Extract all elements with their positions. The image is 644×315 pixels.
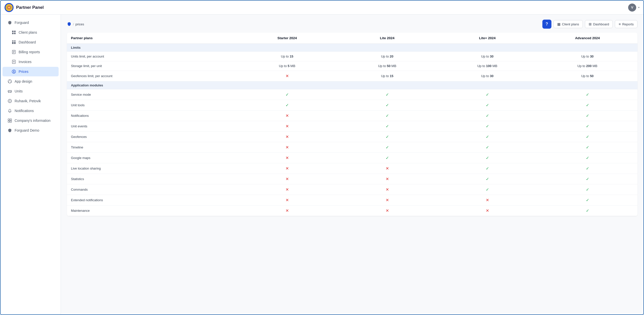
plan-cell-2: ✕ bbox=[437, 205, 537, 216]
sidebar-label-billing-reports: Billing reports bbox=[19, 50, 40, 54]
plan-cell-1: Up to 15 bbox=[337, 71, 437, 81]
plan-cell-2: ✓ bbox=[437, 163, 537, 174]
plan-cell-1: Up to 50 MB bbox=[337, 61, 437, 71]
plan-cell-0: Up to 5 MB bbox=[237, 61, 337, 71]
sidebar-label-forguard-demo: Forguard Demo bbox=[15, 128, 39, 132]
feature-cell: Geofences limit, per account bbox=[67, 71, 237, 81]
table-header-row: Partner plans Starter 2024 Lite 2024 Lit… bbox=[67, 33, 637, 44]
client-plans-button[interactable]: ▦ Client plans bbox=[553, 20, 583, 28]
col-header-advanced: Advanced 2024 bbox=[537, 33, 637, 44]
check-icon: ✓ bbox=[486, 135, 489, 139]
help-button[interactable]: ? bbox=[542, 20, 551, 29]
feature-cell: Unit events bbox=[67, 121, 237, 132]
cell-value: Up to 15 bbox=[281, 55, 293, 58]
sidebar-item-notifications[interactable]: Notifications bbox=[3, 106, 59, 116]
col-header-lite: Lite 2024 bbox=[337, 33, 437, 44]
feature-cell: Live location sharing bbox=[67, 163, 237, 174]
cell-value: Up to 5 MB bbox=[279, 64, 295, 68]
top-bar: / prices ? ▦ Client plans ⊞ Dashboard bbox=[67, 20, 637, 29]
sidebar-item-client-plans[interactable]: Client plans bbox=[3, 28, 59, 37]
breadcrumb-separator: / bbox=[73, 22, 74, 26]
table-section-row: Limits bbox=[67, 44, 637, 52]
svg-rect-7 bbox=[12, 40, 14, 41]
cross-icon: ✕ bbox=[286, 156, 289, 160]
sidebar-icon-forguard-demo bbox=[8, 128, 12, 133]
avatar[interactable]: V bbox=[628, 4, 636, 12]
check-icon: ✓ bbox=[386, 135, 389, 139]
svg-rect-4 bbox=[14, 31, 16, 32]
plan-cell-1: ✕ bbox=[337, 174, 437, 184]
cell-value: Up to 30 bbox=[481, 55, 494, 58]
feature-cell: Extended notifications bbox=[67, 195, 237, 205]
cross-icon: ✕ bbox=[286, 74, 289, 78]
sidebar-label-dashboard: Dashboard bbox=[19, 40, 36, 44]
plan-cell-1: ✕ bbox=[337, 195, 437, 205]
svg-rect-3 bbox=[12, 31, 14, 32]
feature-cell: Units limit, per account bbox=[67, 52, 237, 61]
sidebar-item-billing-reports[interactable]: Billing reports bbox=[3, 47, 59, 57]
plan-cell-0: ✕ bbox=[237, 111, 337, 121]
check-icon: ✓ bbox=[486, 145, 489, 149]
svg-point-26 bbox=[10, 92, 11, 93]
check-icon: ✓ bbox=[586, 124, 589, 128]
svg-point-22 bbox=[9, 82, 9, 82]
dashboard-button[interactable]: ⊞ Dashboard bbox=[585, 20, 613, 28]
client-plans-icon: ▦ bbox=[557, 22, 560, 26]
plan-cell-1: ✕ bbox=[337, 163, 437, 174]
plan-cell-0: ✕ bbox=[237, 174, 337, 184]
plan-cell-1: ✓ bbox=[337, 132, 437, 142]
table-row: Commands✕✕✓✓ bbox=[67, 184, 637, 195]
breadcrumb-current: prices bbox=[75, 22, 84, 26]
cross-icon: ✕ bbox=[386, 166, 389, 171]
sidebar-item-forguard-demo[interactable]: Forguard Demo bbox=[3, 126, 59, 135]
check-icon: ✓ bbox=[586, 177, 589, 181]
plan-cell-3: Up to 30 bbox=[537, 52, 637, 61]
table-row: Timeline✕✓✓✓ bbox=[67, 142, 637, 153]
plan-cell-2: ✓ bbox=[437, 100, 537, 111]
svg-rect-9 bbox=[12, 42, 14, 44]
check-icon: ✓ bbox=[586, 135, 589, 139]
col-header-starter: Starter 2024 bbox=[237, 33, 337, 44]
sidebar-icon-ruhavik bbox=[8, 99, 12, 103]
sidebar-label-ruhavik: Ruhavik, Petovik bbox=[15, 99, 41, 103]
sidebar-icon-invoices bbox=[12, 60, 16, 64]
sidebar-label-units: Units bbox=[15, 89, 23, 93]
chevron-down-icon[interactable]: ▾ bbox=[638, 6, 639, 9]
feature-cell: Storage limit, per unit bbox=[67, 61, 237, 71]
cell-value: Up to 20 bbox=[381, 55, 393, 58]
table-row: Storage limit, per unitUp to 5 MBUp to 5… bbox=[67, 61, 637, 71]
plan-cell-3: ✓ bbox=[537, 132, 637, 142]
sidebar-item-company-info[interactable]: Company's information bbox=[3, 116, 59, 125]
logo-icon bbox=[5, 3, 14, 12]
reports-label: Reports bbox=[622, 22, 634, 26]
section-label: Application modules bbox=[67, 81, 637, 89]
sidebar-item-invoices[interactable]: Invoices bbox=[3, 57, 59, 67]
feature-cell: Service mode bbox=[67, 89, 237, 100]
table-row: Maintenance✕✕✕✓ bbox=[67, 205, 637, 216]
table-row: Unit tools✓✓✓✓ bbox=[67, 100, 637, 111]
check-icon: ✓ bbox=[586, 156, 589, 160]
cross-icon: ✕ bbox=[286, 135, 289, 139]
sidebar-item-ruhavik[interactable]: Ruhavik, Petovik bbox=[3, 96, 59, 106]
cross-icon: ✕ bbox=[486, 208, 489, 213]
sidebar-item-prices[interactable]: $Prices bbox=[3, 67, 59, 76]
sidebar-item-app-design[interactable]: App design bbox=[3, 77, 59, 86]
sidebar-item-units[interactable]: Units bbox=[3, 86, 59, 96]
sidebar-icon-client-plans bbox=[12, 30, 16, 35]
sidebar-icon-billing-reports bbox=[12, 50, 16, 54]
breadcrumb: / prices bbox=[67, 22, 84, 27]
cross-icon: ✕ bbox=[286, 198, 289, 202]
check-icon: ✓ bbox=[386, 92, 389, 97]
table-row: Live location sharing✕✕✓✓ bbox=[67, 163, 637, 174]
reports-button[interactable]: ≡ Reports bbox=[615, 20, 637, 28]
sidebar-item-forguard[interactable]: Forguard bbox=[3, 18, 59, 27]
table-row: Units limit, per accountUp to 15Up to 20… bbox=[67, 52, 637, 61]
cross-icon: ✕ bbox=[286, 145, 289, 149]
cross-icon: ✕ bbox=[486, 198, 489, 202]
plan-cell-2: Up to 100 MB bbox=[437, 61, 537, 71]
sidebar-item-dashboard[interactable]: Dashboard bbox=[3, 37, 59, 47]
sidebar-icon-units bbox=[8, 89, 12, 93]
plan-cell-0: ✕ bbox=[237, 142, 337, 153]
cross-icon: ✕ bbox=[286, 177, 289, 181]
feature-cell: Notifications bbox=[67, 111, 237, 121]
